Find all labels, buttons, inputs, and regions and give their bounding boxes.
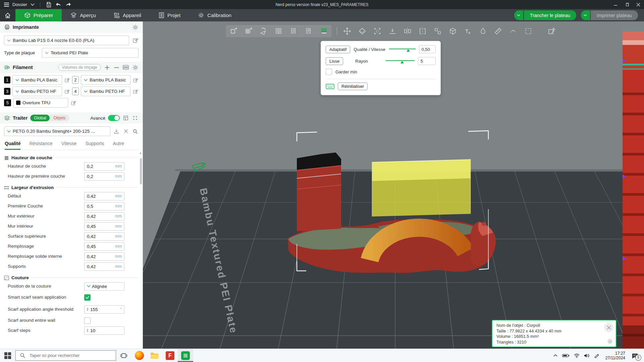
mirror-icon[interactable]	[418, 26, 428, 36]
assembly-view-icon[interactable]	[523, 26, 533, 36]
process-preset-select[interactable]: PETG 0.20 Bambu Strenght+ 200-125 ...	[4, 126, 110, 136]
spinner-arrows[interactable]: ▴▾	[87, 307, 88, 311]
value-field[interactable]: 0,42mm	[84, 192, 124, 200]
scope-objects[interactable]: Objets	[50, 115, 69, 121]
ams-icon[interactable]	[122, 64, 129, 71]
bambu-studio-taskbar-icon[interactable]	[178, 349, 193, 362]
print-button[interactable]: Imprimer plateau	[591, 10, 638, 20]
reset-button[interactable]: Réinitialiser	[338, 82, 368, 90]
task-view-button[interactable]	[116, 349, 131, 362]
volume-icon[interactable]	[584, 353, 590, 358]
edit-filament-icon[interactable]	[64, 77, 70, 83]
tab-preparer[interactable]: Préparer	[15, 9, 62, 21]
value-field[interactable]: 0,5mm	[84, 202, 124, 210]
tab-appareil[interactable]: Appareil	[105, 9, 150, 21]
smooth-button[interactable]: Lisse	[326, 57, 343, 65]
measure-icon[interactable]	[493, 26, 503, 36]
scarf-around-wall-checkbox[interactable]	[84, 317, 91, 324]
quality-value-field[interactable]: 0,50	[419, 45, 436, 53]
value-field[interactable]: 0,42mm	[84, 232, 124, 241]
tab-resistance[interactable]: Résistance	[29, 139, 52, 150]
close-icon[interactable]	[604, 323, 613, 332]
lay-on-face-icon[interactable]	[387, 26, 397, 36]
filament-select-5[interactable]: Overture TPU	[13, 98, 68, 108]
save-icon[interactable]	[46, 2, 52, 8]
remove-filament-icon[interactable]	[113, 64, 120, 71]
copy-zero-icon[interactable]: 0	[289, 26, 299, 36]
tab-autre[interactable]: Autre	[113, 139, 124, 150]
adaptive-button[interactable]: Adaptatif	[326, 46, 350, 53]
wifi-icon[interactable]	[574, 353, 580, 358]
value-field[interactable]: 0,42mm	[84, 262, 124, 271]
adaptive-layer-height-icon[interactable]	[319, 26, 329, 36]
tab-qualite[interactable]: Qualité	[5, 139, 20, 150]
pen-icon[interactable]	[594, 353, 599, 358]
plate-settings-icon[interactable]	[547, 26, 557, 36]
taskbar-clock[interactable]: 17:27 27/11/2024	[605, 351, 625, 360]
text-tool-icon[interactable]: Ta	[463, 26, 473, 36]
seam-position-select[interactable]: Alignée	[84, 282, 124, 291]
slice-button[interactable]: Trancher le plateau	[524, 10, 576, 20]
value-field[interactable]: 0,45mm	[84, 242, 124, 251]
spinner-arrows[interactable]: ▴▾	[87, 328, 88, 333]
menu-icon[interactable]	[4, 3, 9, 7]
tab-vitesse[interactable]: Vitesse	[61, 139, 77, 150]
quality-slider[interactable]	[389, 47, 416, 52]
add-plate-icon[interactable]	[244, 26, 254, 36]
modifier-box[interactable]	[372, 160, 471, 217]
rotate-icon[interactable]	[357, 26, 367, 36]
battery-icon[interactable]	[562, 353, 570, 358]
radius-slider[interactable]	[386, 59, 415, 63]
scope-global[interactable]: Global	[30, 115, 50, 121]
delete-preset-icon[interactable]	[122, 128, 129, 135]
maximize-button[interactable]	[621, 0, 633, 9]
print-dropdown-chevron[interactable]	[581, 10, 590, 20]
home-button[interactable]	[0, 9, 15, 21]
color-painting-icon[interactable]	[478, 26, 488, 36]
copy-p-icon[interactable]: P	[304, 26, 314, 36]
explorer-taskbar-icon[interactable]	[147, 349, 162, 362]
redo-icon[interactable]	[65, 2, 72, 7]
advanced-toggle[interactable]	[108, 115, 120, 121]
tab-supports[interactable]: Supports	[85, 139, 104, 150]
filament-select-4[interactable]: Bambu PETG HF	[81, 86, 130, 96]
tray-chevron-icon[interactable]	[553, 353, 558, 358]
menu-label[interactable]: Dossier	[12, 2, 27, 7]
edit-filament-icon[interactable]	[70, 100, 77, 106]
keep-min-checkbox[interactable]	[326, 69, 332, 75]
taskbar-search[interactable]	[15, 350, 116, 361]
save-preset-icon[interactable]	[113, 128, 120, 135]
value-field[interactable]: 0,2mm	[84, 162, 124, 171]
value-field[interactable]: 0,2mm	[84, 172, 124, 181]
search-input[interactable]	[29, 353, 107, 358]
minimize-button[interactable]	[610, 0, 621, 9]
seam-painting-icon[interactable]	[508, 26, 518, 36]
printer-settings-icon[interactable]	[132, 24, 139, 31]
scarf-angle-field[interactable]: ▴▾ 155 °	[84, 305, 124, 314]
add-filament-icon[interactable]	[104, 64, 110, 71]
undo-icon[interactable]	[55, 2, 62, 7]
slice-dropdown-chevron[interactable]	[514, 10, 523, 20]
sidebar-scrollbar[interactable]	[140, 156, 142, 343]
cut-icon[interactable]	[402, 26, 413, 36]
params-grid-icon[interactable]	[132, 115, 139, 121]
search-icon[interactable]	[132, 128, 139, 135]
printer-preset-select[interactable]: Bambu Lab P1S 0.4 nozzle E0-E0 (PLA)	[4, 36, 129, 45]
edit-filament-icon[interactable]	[64, 88, 70, 95]
mesh-boolean-icon[interactable]	[448, 26, 458, 36]
filament-select-2[interactable]: Bambu PLA Basic	[81, 75, 130, 85]
tab-apercu[interactable]: Aperçu	[62, 9, 105, 21]
radius-value-field[interactable]: 5	[418, 57, 436, 65]
collapse-icon[interactable]: –	[607, 339, 612, 344]
plate-type-select[interactable]: Textured PEI Plate	[42, 48, 139, 58]
filament-select-1[interactable]: Bambu PLA Basic	[12, 75, 62, 85]
scarf-steps-field[interactable]: ▴▾ 10	[84, 326, 124, 335]
scrollbar-up-arrow[interactable]: ▲	[139, 152, 142, 155]
edit-filament-icon[interactable]	[132, 77, 139, 83]
auto-orient-icon[interactable]	[259, 26, 269, 36]
filament-settings-icon[interactable]	[132, 64, 139, 71]
value-field[interactable]: 0,42mm	[84, 252, 124, 261]
add-model-icon[interactable]	[228, 26, 238, 36]
notification-button[interactable]: 5	[629, 351, 641, 361]
filament-select-3[interactable]: Bambu PETG HF	[12, 86, 62, 96]
